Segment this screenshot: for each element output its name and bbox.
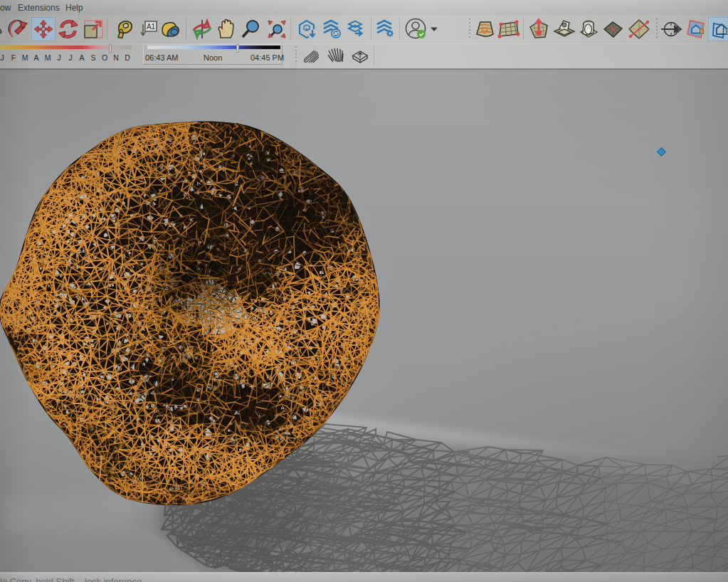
svg-text:A1: A1 xyxy=(147,23,156,31)
